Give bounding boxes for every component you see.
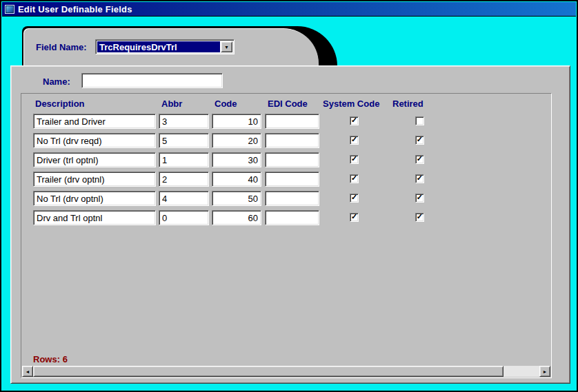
scroll-right-button[interactable]: ►	[539, 366, 550, 377]
retired-checkbox[interactable]	[415, 136, 424, 145]
dropdown-button[interactable]: ▼	[221, 41, 232, 52]
chevron-down-icon: ▼	[224, 45, 229, 50]
field-name-label: Field Name:	[36, 42, 87, 52]
header-abbr: Abbr	[161, 99, 182, 109]
system-code-checkbox[interactable]	[350, 194, 359, 203]
edi-code-input[interactable]	[265, 152, 319, 167]
edi-code-input[interactable]	[265, 133, 319, 148]
table-rows	[21, 114, 551, 229]
retired-checkbox[interactable]	[415, 155, 424, 164]
rows-status-label: Rows:	[33, 354, 60, 364]
system-code-checkbox[interactable]	[350, 213, 359, 222]
header-edi-code: EDI Code	[268, 99, 308, 109]
code-input[interactable]	[212, 133, 261, 148]
code-input[interactable]	[212, 191, 261, 206]
code-input[interactable]	[212, 172, 261, 187]
description-input[interactable]	[33, 172, 156, 187]
abbr-input[interactable]	[159, 133, 209, 148]
description-input[interactable]	[33, 114, 156, 129]
table-row	[21, 114, 551, 133]
scroll-right-icon: ►	[543, 369, 548, 374]
titlebar: Edit User Definable Fields	[2, 2, 576, 17]
main-panel: Name: Description Abbr Code EDI Code Sys…	[10, 65, 570, 384]
table-row	[21, 133, 551, 152]
rows-status-count: 6	[63, 354, 68, 364]
edi-code-input[interactable]	[265, 114, 319, 129]
retired-checkbox[interactable]	[415, 194, 424, 203]
name-input[interactable]	[81, 73, 223, 88]
system-code-checkbox[interactable]	[350, 174, 359, 183]
app-icon	[5, 5, 14, 14]
scroll-left-icon: ◄	[26, 369, 30, 374]
rows-status: Rows: 6	[33, 354, 68, 364]
scrollbar-track[interactable]	[504, 366, 539, 377]
horizontal-scrollbar: ◄ ►	[22, 366, 550, 377]
header-retired: Retired	[392, 99, 423, 109]
field-name-tab: Field Name: TrcRequiresDrvTrl ▼	[23, 28, 319, 66]
abbr-input[interactable]	[159, 172, 209, 187]
code-input[interactable]	[212, 152, 261, 167]
abbr-input[interactable]	[159, 114, 209, 129]
edi-code-input[interactable]	[265, 210, 319, 225]
abbr-input[interactable]	[159, 210, 209, 225]
abbr-input[interactable]	[159, 152, 209, 167]
system-code-checkbox[interactable]	[350, 116, 359, 125]
table-row	[21, 172, 551, 191]
scrollbar-thumb[interactable]	[33, 366, 504, 377]
retired-checkbox[interactable]	[415, 174, 424, 183]
description-input[interactable]	[33, 152, 156, 167]
retired-checkbox[interactable]	[415, 116, 424, 125]
window-title: Edit User Definable Fields	[18, 4, 132, 14]
description-input[interactable]	[33, 191, 156, 206]
system-code-checkbox[interactable]	[350, 136, 359, 145]
header-description: Description	[35, 99, 85, 109]
field-name-combobox[interactable]: TrcRequiresDrvTrl ▼	[95, 39, 235, 54]
system-code-checkbox[interactable]	[350, 155, 359, 164]
code-input[interactable]	[212, 114, 261, 129]
edit-user-definable-fields-window: Edit User Definable Fields Field Name: T…	[0, 0, 578, 392]
table-row	[21, 210, 551, 229]
code-input[interactable]	[212, 210, 261, 225]
table-row	[21, 191, 551, 210]
abbr-input[interactable]	[159, 191, 209, 206]
field-name-selected-value: TrcRequiresDrvTrl	[97, 41, 220, 52]
scroll-left-button[interactable]: ◄	[22, 366, 33, 377]
description-input[interactable]	[33, 210, 156, 225]
header-code: Code	[215, 99, 237, 109]
table-area: Description Abbr Code EDI Code System Co…	[21, 93, 552, 378]
header-system-code: System Code	[323, 99, 379, 109]
name-label: Name:	[43, 76, 70, 87]
edi-code-input[interactable]	[265, 172, 319, 187]
edi-code-input[interactable]	[265, 191, 319, 206]
table-row	[21, 152, 551, 172]
retired-checkbox[interactable]	[415, 213, 424, 222]
description-input[interactable]	[33, 133, 156, 148]
